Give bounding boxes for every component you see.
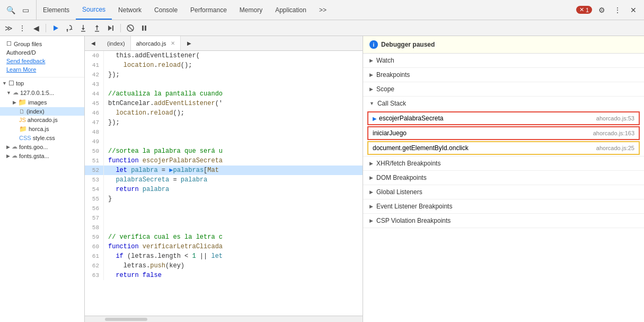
line-number: 61 — [85, 251, 104, 261]
dom-breakpoints-header[interactable]: ▶ DOM Breakpoints — [363, 171, 644, 185]
dots-menu-icon[interactable]: ⋮ — [16, 22, 29, 34]
line-number: 49 — [85, 137, 104, 146]
line-number: 41 — [85, 60, 104, 70]
code-line-58: 58 — [85, 223, 363, 232]
settings-icon[interactable]: ⚙ — [595, 4, 608, 16]
tree-item-index[interactable]: 🗋 (index) — [0, 107, 84, 116]
code-line-63: 63 return false — [85, 271, 363, 280]
learn-more-link[interactable]: Learn More — [4, 65, 80, 74]
line-number: 57 — [85, 213, 104, 223]
line-number: 54 — [85, 185, 104, 194]
call-stack-frame-1[interactable]: ▶ escojerPalabraSecreta ahorcado.js:53 — [367, 111, 640, 125]
tree-item-horca[interactable]: 📁 horca.js — [0, 124, 84, 134]
event-listener-header[interactable]: ▶ Event Listener Breakpoints — [363, 199, 644, 213]
line-code: function verificarLetraClicada — [104, 242, 363, 251]
js-file-icon: JS — [19, 117, 26, 123]
tabs-bar: Elements Sources Network Console Perform… — [37, 0, 572, 20]
tree-item-ahorcado[interactable]: JS ahorcado.js — [0, 116, 84, 124]
file-tab-ahorcado[interactable]: ahorcado.js ✕ — [131, 36, 181, 50]
tab-console[interactable]: Console — [148, 0, 184, 20]
xhr-fetch-section: ▶ XHR/fetch Breakpoints — [363, 156, 644, 171]
line-code: }); — [104, 70, 363, 80]
tab-sources[interactable]: Sources — [76, 0, 112, 20]
svg-line-14 — [128, 25, 133, 31]
triangle-icon: ▼ — [2, 81, 7, 86]
line-code: if (letras.length < 1 || let — [104, 251, 363, 261]
tree-item-fonts-gsta[interactable]: ▶ ☁ fonts.gsta... — [0, 151, 84, 160]
code-line-53: 53 palabraSecreta = palabra — [85, 175, 363, 185]
tab-application[interactable]: Application — [269, 0, 313, 20]
global-listeners-header[interactable]: ▶ Global Listeners — [363, 185, 644, 199]
add-tab-icon[interactable]: ▶ — [183, 37, 196, 50]
line-code: return palabra — [104, 185, 363, 194]
svg-marker-6 — [82, 28, 85, 30]
breakpoints-section: ▶ Breakpoints — [363, 68, 644, 82]
step-over-button[interactable] — [63, 22, 76, 34]
tree-item-style[interactable]: CSS style.css — [0, 134, 84, 142]
file-tabs-bar: ◀ (index) ahorcado.js ✕ ▶ — [85, 36, 363, 51]
csp-violation-header[interactable]: ▶ CSP Violation Breakpoints — [363, 214, 644, 228]
more-options-icon[interactable]: ⋮ — [611, 4, 624, 16]
code-line-55: 55 } — [85, 194, 363, 204]
device-icon[interactable]: ▭ — [19, 4, 32, 16]
line-number: 63 — [85, 271, 104, 280]
scope-section: ▶ Scope — [363, 82, 644, 97]
tree-item-fonts-goo[interactable]: ▶ ☁ fonts.goo... — [0, 142, 84, 151]
breakpoints-header[interactable]: ▶ Breakpoints — [363, 68, 644, 82]
deactivate-breakpoints-button[interactable] — [124, 22, 137, 34]
line-code — [104, 137, 363, 146]
svg-marker-11 — [108, 25, 112, 31]
line-code: // verifica cual es la letra c — [104, 232, 363, 242]
file-tab-index[interactable]: (index) — [102, 36, 131, 50]
inspect-icon[interactable]: 🔍 — [4, 4, 17, 16]
group-files-row[interactable]: ☐ Group files — [4, 39, 80, 48]
step-out-button[interactable] — [91, 22, 103, 34]
step-button[interactable] — [104, 22, 117, 34]
close-tab-icon[interactable]: ✕ — [171, 40, 175, 46]
main-layout: ☐ Group files Authored/D Send feedback L… — [0, 36, 644, 322]
line-code: }); — [104, 118, 363, 127]
tab-nav-left[interactable]: ◀ — [87, 37, 100, 50]
send-feedback-link[interactable]: Send feedback — [4, 57, 80, 65]
tree-item-top[interactable]: ▼ ☐ top — [0, 79, 84, 88]
dom-breakpoints-section: ▶ DOM Breakpoints — [363, 171, 644, 185]
right-panel: i Debugger paused ▶ Watch ▶ Breakpoints … — [363, 36, 644, 322]
error-badge[interactable]: ✕ 1 — [576, 6, 592, 14]
folder-icon: 📁 — [18, 98, 27, 106]
svg-point-4 — [67, 29, 68, 30]
tab-more[interactable]: >> — [313, 0, 333, 20]
scroll-thumb — [105, 318, 147, 321]
watch-header[interactable]: ▶ Watch — [363, 54, 644, 67]
svg-rect-16 — [145, 25, 146, 31]
close-devtools-icon[interactable]: ✕ — [627, 4, 640, 16]
triangle-icon: ▶ — [6, 144, 10, 150]
tab-memory[interactable]: Memory — [233, 0, 269, 20]
step-into-button[interactable] — [77, 22, 90, 34]
code-line-59: 59 // verifica cual es la letra c — [85, 232, 363, 242]
tab-performance[interactable]: Performance — [184, 0, 233, 20]
line-code — [104, 80, 363, 89]
horizontal-scrollbar[interactable] — [85, 316, 363, 322]
tree-item-images[interactable]: ▶ 📁 images — [0, 97, 84, 107]
line-number: 48 — [85, 127, 104, 137]
sidebar-toggle-icon[interactable]: ≫ — [2, 22, 15, 34]
tab-network[interactable]: Network — [112, 0, 148, 20]
line-number: 42 — [85, 70, 104, 80]
code-content[interactable]: 40 this.addEventListener( 41 location.re… — [85, 51, 363, 316]
resume-button[interactable] — [49, 22, 62, 34]
xhr-fetch-header[interactable]: ▶ XHR/fetch Breakpoints — [363, 156, 644, 170]
code-line-42: 42 }); — [85, 70, 363, 80]
nav-back-icon[interactable]: ◀ — [30, 22, 42, 34]
triangle-icon: ▶ — [369, 175, 373, 180]
code-line-50: 50 //sortea la palabra que será u — [85, 146, 363, 156]
scope-header[interactable]: ▶ Scope — [363, 82, 644, 96]
tree-item-server[interactable]: ▼ ☁ 127.0.0.1:5... — [0, 88, 84, 97]
call-stack-header[interactable]: ▼ Call Stack — [363, 97, 644, 110]
svg-marker-9 — [95, 25, 99, 27]
tab-elements[interactable]: Elements — [37, 0, 76, 20]
line-code: let palabra = ▶palabras[Mat — [104, 166, 363, 175]
call-stack-frame-3[interactable]: document.getElementById.onclick ahorcado… — [367, 141, 640, 155]
call-stack-frame-2[interactable]: iniciarJuego ahorcado.js:163 — [367, 126, 640, 140]
code-line-51: 51 function escojerPalabraSecreta — [85, 156, 363, 166]
pause-on-exceptions-button[interactable] — [138, 22, 151, 34]
